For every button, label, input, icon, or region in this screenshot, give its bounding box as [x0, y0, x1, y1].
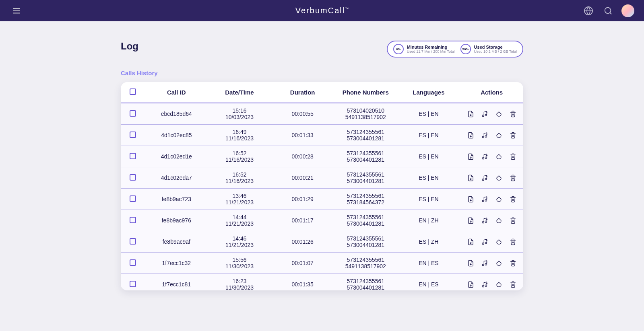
cell-date-time: 15:56 11/30/2023 — [208, 253, 271, 274]
col-header-duration: Duration — [271, 82, 334, 103]
share-button[interactable] — [495, 110, 503, 118]
download-audio-button[interactable] — [481, 110, 489, 118]
file-download-icon — [467, 175, 474, 181]
row-checkbox[interactable] — [130, 217, 136, 223]
cell-languages: ES | EN — [397, 103, 460, 125]
share-button[interactable] — [495, 152, 503, 161]
table-scroll[interactable]: Call ID Date/Time Duration Phone Numbers… — [121, 82, 523, 290]
cell-duration: 00:01:07 — [271, 253, 334, 274]
download-text-button[interactable] — [466, 110, 475, 118]
trash-icon — [510, 132, 516, 139]
cell-languages: ES | EN — [397, 189, 460, 210]
cell-date-time: 16:52 11/16/2023 — [208, 146, 271, 167]
cell-date: 11/21/2023 — [211, 220, 269, 227]
share-button[interactable] — [495, 195, 503, 204]
language-button[interactable] — [582, 4, 595, 17]
cell-date: 10/03/2023 — [211, 114, 269, 120]
cell-duration: 00:01:17 — [271, 210, 334, 231]
delete-button[interactable] — [509, 195, 517, 204]
cell-duration: 00:01:35 — [271, 274, 334, 291]
download-audio-button[interactable] — [481, 195, 489, 204]
cell-date-time: 16:49 11/16/2023 — [208, 125, 271, 146]
delete-button[interactable] — [509, 174, 517, 182]
download-text-button[interactable] — [466, 131, 475, 140]
download-text-button[interactable] — [466, 195, 475, 204]
cell-phones: 573124355561 573004401281 — [334, 125, 397, 146]
trash-icon — [510, 238, 516, 245]
download-audio-button[interactable] — [481, 216, 489, 225]
delete-button[interactable] — [509, 238, 517, 246]
cell-duration: 00:00:28 — [271, 146, 334, 167]
minutes-title: Minutes Remaining — [407, 45, 455, 49]
share-button[interactable] — [495, 280, 503, 289]
row-checkbox[interactable] — [130, 110, 136, 117]
cell-call-id: 4d1c02eda7 — [145, 167, 208, 189]
cell-phones: 573124355561 573004401281 — [334, 167, 397, 189]
download-text-button[interactable] — [466, 238, 475, 246]
delete-button[interactable] — [509, 216, 517, 225]
cell-call-id: 1f7ecc1c32 — [145, 253, 208, 274]
delete-button[interactable] — [509, 259, 517, 267]
svg-point-41 — [485, 285, 487, 286]
download-text-button[interactable] — [466, 174, 475, 182]
share-button[interactable] — [495, 259, 503, 267]
share-button[interactable] — [495, 238, 503, 246]
hamburger-icon — [12, 6, 21, 15]
row-checkbox[interactable] — [130, 174, 136, 181]
download-audio-button[interactable] — [481, 280, 489, 289]
download-text-button[interactable] — [466, 280, 475, 289]
row-checkbox[interactable] — [130, 281, 136, 287]
cell-phones: 573124355561 573004401281 — [334, 210, 397, 231]
share-button[interactable] — [495, 131, 503, 140]
search-button[interactable] — [602, 5, 614, 17]
download-audio-button[interactable] — [481, 259, 489, 267]
delete-button[interactable] — [509, 152, 517, 161]
download-text-button[interactable] — [466, 259, 475, 267]
cell-phone1: 573124355561 — [336, 171, 395, 178]
music-download-icon — [481, 175, 488, 181]
download-text-button[interactable] — [466, 152, 475, 161]
download-audio-button[interactable] — [481, 152, 489, 161]
cell-languages: ES | ZH — [397, 231, 460, 253]
cell-phone2: 5491138517902 — [336, 114, 395, 120]
user-avatar[interactable] — [621, 4, 634, 17]
cell-date-time: 14:44 11/21/2023 — [208, 210, 271, 231]
row-checkbox[interactable] — [130, 238, 136, 245]
cell-phone1: 573124355561 — [336, 278, 395, 284]
music-download-icon — [481, 153, 488, 160]
share-button[interactable] — [495, 174, 503, 182]
cell-phone1: 573124355561 — [336, 150, 395, 156]
usage-minutes: 6% Minutes Remaining Used 11.7 Min / 200… — [393, 44, 455, 54]
menu-button[interactable] — [10, 4, 23, 18]
trash-icon — [510, 175, 516, 181]
delete-button[interactable] — [509, 110, 517, 118]
search-icon — [604, 6, 613, 15]
share-icon — [495, 196, 502, 203]
delete-button[interactable] — [509, 131, 517, 140]
row-checkbox[interactable] — [130, 153, 136, 159]
cell-date-time: 14:46 11/21/2023 — [208, 231, 271, 253]
file-download-icon — [467, 238, 474, 245]
download-audio-button[interactable] — [481, 238, 489, 246]
cell-phones: 573124355561 573004401281 — [334, 146, 397, 167]
download-audio-button[interactable] — [481, 131, 489, 140]
cell-call-id: 4d1c02ed1e — [145, 146, 208, 167]
share-button[interactable] — [495, 216, 503, 225]
cell-date-time: 16:23 11/30/2023 — [208, 274, 271, 291]
download-audio-button[interactable] — [481, 174, 489, 182]
row-checkbox[interactable] — [130, 132, 136, 138]
trash-icon — [510, 217, 516, 224]
cell-phone2: 573004401281 — [336, 220, 395, 227]
cell-phones: 573124355561 5491138517902 — [334, 253, 397, 274]
svg-point-37 — [485, 263, 487, 265]
delete-button[interactable] — [509, 280, 517, 289]
app-logo: VerbumCall™ — [295, 6, 349, 15]
row-checkbox[interactable] — [130, 195, 136, 202]
minutes-text: Minutes Remaining Used 11.7 Min / 200 Mi… — [407, 45, 455, 53]
download-text-button[interactable] — [466, 216, 475, 225]
row-checkbox[interactable] — [130, 259, 136, 266]
tab-calls-history[interactable]: Calls History — [121, 70, 158, 76]
cell-phone1: 573104020510 — [336, 107, 395, 114]
table-header-row: Call ID Date/Time Duration Phone Numbers… — [121, 82, 523, 103]
select-all-checkbox[interactable] — [130, 88, 136, 95]
